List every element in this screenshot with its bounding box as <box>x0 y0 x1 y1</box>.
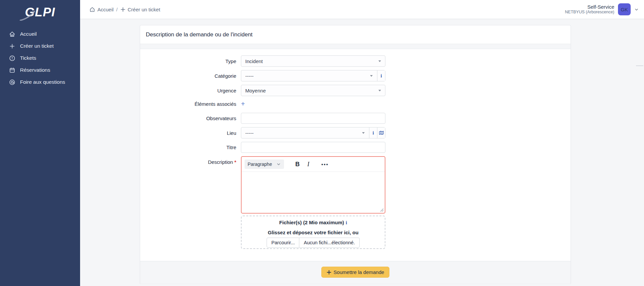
sidebar-item-faq[interactable]: Foire aux questions <box>0 76 80 88</box>
category-info-button[interactable]: i <box>377 70 385 81</box>
required-marker: * <box>234 159 236 165</box>
breadcrumb-home-label: Accueil <box>97 7 113 12</box>
file-drop-zone[interactable]: Fichier(s) (2 Mio maximum)i Glissez et d… <box>241 216 385 249</box>
sidebar-item-label: Réservations <box>20 67 50 73</box>
file-input[interactable]: Parcourir... Aucun fichi...électionné. <box>267 238 359 248</box>
submit-button[interactable]: Soumettre la demande <box>321 267 390 278</box>
info-icon: i <box>346 220 347 225</box>
sidebar-item-label: Foire aux questions <box>20 79 65 85</box>
sidebar-item-creer-un-ticket[interactable]: Créer un ticket <box>0 40 80 52</box>
sidebar-item-tickets[interactable]: Tickets <box>0 52 80 64</box>
file-heading: Fichier(s) (2 Mio maximum)i <box>242 220 385 226</box>
plus-icon <box>327 270 331 275</box>
file-drop-text: Glissez et déposez votre fichier ici, ou <box>242 230 385 235</box>
title-input[interactable] <box>241 142 385 153</box>
breadcrumb-current-label: Créer un ticket <box>128 7 160 12</box>
title-label: Titre <box>140 145 241 150</box>
resize-handle[interactable] <box>380 208 384 212</box>
card-strip <box>140 44 571 49</box>
info-icon: i <box>380 73 382 79</box>
user-profile: Self-Service <box>565 4 614 10</box>
plus-icon <box>9 43 15 49</box>
ticket-form: Type Incident Catégorie ----- <box>140 49 571 261</box>
sidebar-item-label: Tickets <box>20 55 36 61</box>
location-label: Lieu <box>140 130 241 136</box>
info-icon: i <box>372 130 374 136</box>
faq-at-icon <box>9 79 15 85</box>
alert-circle-icon <box>9 55 15 61</box>
sidebar-item-accueil[interactable]: Accueil <box>0 28 80 40</box>
form-title: Description de la demande ou de l'incide… <box>146 31 253 38</box>
breadcrumb-home-link[interactable]: Accueil <box>89 7 113 12</box>
observers-input[interactable] <box>241 113 385 124</box>
home-icon <box>9 31 15 37</box>
type-select[interactable]: Incident <box>241 55 385 67</box>
topbar: Accueil / Créer un ticket Self-Service N… <box>80 0 644 19</box>
sidebar-menu: Accueil Créer un ticket Tickets Réservat… <box>0 28 80 88</box>
urgency-label: Urgence <box>140 88 241 93</box>
italic-button[interactable]: I <box>307 161 309 168</box>
chevron-down-icon <box>276 162 281 167</box>
glpi-logo-text: GLPI <box>25 5 55 19</box>
ticket-form-card: Description de la demande ou de l'incide… <box>140 25 571 284</box>
observers-label: Observateurs <box>140 115 241 121</box>
description-editor-content[interactable] <box>242 172 385 213</box>
sidebar-item-label: Accueil <box>20 31 37 37</box>
avatar[interactable]: GK <box>618 3 631 15</box>
urgency-select[interactable]: Moyenne <box>241 85 385 96</box>
calendar-icon <box>9 67 15 73</box>
location-info-button[interactable]: i <box>369 127 377 138</box>
breadcrumb-separator: / <box>116 7 117 12</box>
breadcrumb: Accueil / Créer un ticket <box>89 7 160 12</box>
type-label: Type <box>140 58 241 64</box>
associated-elements-label: Éléments associés <box>140 101 241 107</box>
user-info: Self-Service NETBYUS (Arborescence) <box>565 4 614 15</box>
card-header: Description de la demande ou de l'incide… <box>140 25 571 44</box>
glpi-app: GLPI Accueil Créer un ticket Tickets <box>0 0 644 286</box>
chevron-down-icon <box>634 7 639 12</box>
sidebar-item-reservations[interactable]: Réservations <box>0 64 80 76</box>
description-editor: Paragraphe B I ••• <box>241 156 385 214</box>
description-label: Description* <box>140 156 241 165</box>
plus-icon <box>120 7 125 12</box>
editor-toolbar: Paragraphe B I ••• <box>242 157 385 172</box>
bold-button[interactable]: B <box>295 161 300 168</box>
file-status-text: Aucun fichi...électionné. <box>299 238 359 247</box>
location-map-button[interactable] <box>377 127 385 138</box>
breadcrumb-current-link[interactable]: Créer un ticket <box>120 7 160 12</box>
category-select[interactable]: ----- i <box>241 70 385 81</box>
map-icon <box>379 130 384 135</box>
user-entity: NETBYUS (Arborescence) <box>565 10 614 15</box>
card-footer: Soumettre la demande <box>140 261 571 284</box>
add-associated-element-button[interactable]: + <box>241 100 245 107</box>
sidebar: GLPI Accueil Créer un ticket Tickets <box>0 0 80 286</box>
paragraph-style-select[interactable]: Paragraphe <box>245 160 284 169</box>
scroll-indicator <box>636 65 643 66</box>
user-menu[interactable]: Self-Service NETBYUS (Arborescence) GK <box>565 3 639 15</box>
category-label: Catégorie <box>140 73 241 79</box>
sidebar-item-label: Créer un ticket <box>20 43 54 49</box>
glpi-logo[interactable]: GLPI <box>0 0 80 23</box>
browse-button[interactable]: Parcourir... <box>267 238 299 247</box>
location-select[interactable]: ----- i <box>241 127 385 138</box>
more-tools-button[interactable]: ••• <box>321 162 329 167</box>
home-icon <box>89 7 95 12</box>
